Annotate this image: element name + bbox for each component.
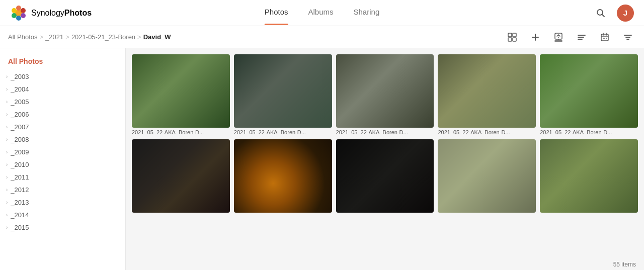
photo-thumbnail <box>132 139 230 213</box>
svg-rect-15 <box>555 33 562 39</box>
logo-text: SynologyPhotos <box>31 9 92 18</box>
chevron-icon: › <box>6 225 8 230</box>
svg-point-1 <box>16 6 21 11</box>
filter-icon <box>623 33 632 42</box>
breadcrumb-boren[interactable]: 2021-05-21_23-Boren <box>71 33 135 41</box>
chevron-icon: › <box>6 137 8 142</box>
sidebar-item-2003[interactable]: › _2003 <box>0 70 125 83</box>
tab-albums[interactable]: Albums <box>308 8 333 18</box>
select-all-button[interactable] <box>504 29 520 45</box>
photo-thumbnail <box>540 54 638 128</box>
chevron-icon: › <box>6 187 8 193</box>
breadcrumb-sep-2: > <box>65 33 69 41</box>
photo-filename: 2021_05_22-AKA_Boren-D... <box>132 129 230 135</box>
upload-icon <box>554 33 563 42</box>
breadcrumb-all-photos[interactable]: All Photos <box>8 33 38 41</box>
calendar-button[interactable] <box>597 29 613 45</box>
filter-button[interactable] <box>620 29 636 45</box>
user-avatar[interactable]: J <box>617 5 634 22</box>
calendar-icon <box>600 33 609 42</box>
sidebar-item-2011[interactable]: › _2011 <box>0 171 125 184</box>
svg-line-8 <box>602 14 605 17</box>
photo-item[interactable] <box>336 139 434 214</box>
svg-point-5 <box>12 13 17 18</box>
sidebar-all-photos[interactable]: All Photos <box>0 54 125 68</box>
chevron-icon: › <box>6 99 8 105</box>
logo-area: SynologyPhotos <box>10 5 101 22</box>
item-count: 55 items <box>613 261 636 268</box>
breadcrumb-bar: All Photos > _2021 > 2021-05-21_23-Boren… <box>0 26 644 48</box>
photo-item[interactable] <box>438 139 536 214</box>
svg-point-3 <box>21 13 26 18</box>
photo-item[interactable] <box>540 139 638 214</box>
main-layout: All Photos › _2003 › _2004 › _2005 › _20… <box>0 48 644 270</box>
photo-filename: 2021_05_22-AKA_Boren-D... <box>336 129 434 135</box>
sidebar: All Photos › _2003 › _2004 › _2005 › _20… <box>0 48 126 270</box>
photo-item[interactable]: 2021_05_22-AKA_Boren-D... <box>540 54 638 135</box>
breadcrumb-2021[interactable]: _2021 <box>45 33 63 41</box>
add-button[interactable] <box>527 29 543 45</box>
svg-point-28 <box>606 38 607 39</box>
tab-sharing[interactable]: Sharing <box>354 8 380 18</box>
tab-photos[interactable]: Photos <box>265 8 288 18</box>
svg-rect-22 <box>601 34 608 41</box>
sidebar-item-2012[interactable]: › _2012 <box>0 184 125 196</box>
chevron-icon: › <box>6 74 8 79</box>
breadcrumb: All Photos > _2021 > 2021-05-21_23-Boren… <box>8 33 171 41</box>
svg-point-26 <box>603 38 604 39</box>
sidebar-item-2006[interactable]: › _2006 <box>0 108 125 121</box>
chevron-icon: › <box>6 112 8 117</box>
main-nav: Photos Albums Sharing <box>265 8 379 18</box>
photo-filename: 2021_05_22-AKA_Boren-D... <box>438 129 536 135</box>
svg-rect-12 <box>513 38 516 41</box>
photo-filename: 2021_05_22-AKA_Boren-D... <box>540 129 638 135</box>
chevron-icon: › <box>6 162 8 167</box>
svg-rect-10 <box>513 33 516 37</box>
photo-item[interactable]: 2021_05_22-AKA_Boren-D... <box>234 54 332 135</box>
photo-item[interactable] <box>132 139 230 214</box>
search-icon <box>596 9 605 18</box>
breadcrumb-sep-3: > <box>137 33 141 41</box>
sidebar-item-2008[interactable]: › _2008 <box>0 133 125 146</box>
sidebar-item-2013[interactable]: › _2013 <box>0 196 125 209</box>
chevron-icon: › <box>6 200 8 205</box>
photo-thumbnail <box>132 54 230 128</box>
upload-button[interactable] <box>550 29 567 45</box>
synology-logo-icon <box>10 5 27 22</box>
search-button[interactable] <box>593 5 609 21</box>
sort-icon <box>577 33 586 42</box>
sidebar-item-2009[interactable]: › _2009 <box>0 146 125 158</box>
header-right: J <box>593 5 634 22</box>
sidebar-item-2007[interactable]: › _2007 <box>0 121 125 133</box>
toolbar <box>504 29 636 45</box>
photo-thumbnail <box>336 139 434 213</box>
add-icon <box>531 33 540 42</box>
photo-item[interactable]: 2021_05_22-AKA_Boren-D... <box>336 54 434 135</box>
photo-filename: 2021_05_22-AKA_Boren-D... <box>234 129 332 135</box>
photo-thumbnail <box>234 54 332 128</box>
header: SynologyPhotos Photos Albums Sharing J <box>0 0 644 26</box>
sort-button[interactable] <box>574 29 590 45</box>
photo-thumbnail <box>438 139 536 213</box>
content-area: 2021_05_22-AKA_Boren-D... 2021_05_22-AKA… <box>126 48 644 270</box>
photo-thumbnail <box>234 139 332 213</box>
photo-item[interactable]: 2021_05_22-AKA_Boren-D... <box>132 54 230 135</box>
svg-point-27 <box>604 38 605 39</box>
photo-grid: 2021_05_22-AKA_Boren-D... 2021_05_22-AKA… <box>132 54 638 214</box>
breadcrumb-sep-1: > <box>40 33 44 41</box>
status-bar: 55 items <box>605 259 644 270</box>
svg-rect-9 <box>508 33 512 37</box>
sidebar-item-2010[interactable]: › _2010 <box>0 158 125 171</box>
sidebar-item-2014[interactable]: › _2014 <box>0 209 125 221</box>
select-icon <box>508 33 517 42</box>
chevron-icon: › <box>6 124 8 130</box>
svg-point-6 <box>12 8 17 13</box>
sidebar-item-2015[interactable]: › _2015 <box>0 221 125 234</box>
chevron-icon: › <box>6 174 8 180</box>
photo-item[interactable] <box>234 139 332 214</box>
sidebar-item-2005[interactable]: › _2005 <box>0 96 125 108</box>
chevron-icon: › <box>6 212 8 218</box>
svg-rect-11 <box>508 38 512 41</box>
photo-item[interactable]: 2021_05_22-AKA_Boren-D... <box>438 54 536 135</box>
sidebar-item-2004[interactable]: › _2004 <box>0 83 125 96</box>
